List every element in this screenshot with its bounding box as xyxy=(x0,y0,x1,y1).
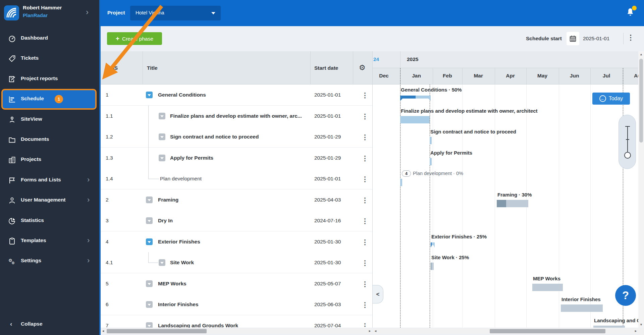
scroll-down-arrow-icon[interactable]: ▼ xyxy=(640,323,643,326)
gantt-task-bar[interactable] xyxy=(497,200,528,207)
table-row[interactable]: 3Dry In2024-07-16⋮ xyxy=(101,210,372,231)
toolbar-kebab-menu[interactable]: ⋮ xyxy=(627,34,634,42)
gantt-task-bar[interactable] xyxy=(532,284,563,291)
task-title[interactable]: Framing xyxy=(158,197,178,203)
task-checkbox[interactable] xyxy=(159,133,165,140)
task-title[interactable]: Apply for Permits xyxy=(170,155,213,161)
user-menu-chevron-icon[interactable]: › xyxy=(86,7,89,17)
sidebar-item-tickets[interactable]: Tickets xyxy=(0,52,99,65)
table-row[interactable]: 1.4Plan development2025-01-01⋮ xyxy=(101,168,372,189)
task-checkbox[interactable] xyxy=(159,113,165,119)
task-title[interactable]: Exterior Finishes xyxy=(158,239,200,245)
timeline-zoom-slider[interactable] xyxy=(619,115,636,169)
table-row[interactable]: 2Framing2025-04-03⋮ xyxy=(101,189,372,211)
project-select[interactable]: Hotel Vienna xyxy=(130,6,221,20)
row-kebab-menu[interactable]: ⋮ xyxy=(362,259,368,267)
table-hscroll-thumb[interactable] xyxy=(107,329,207,333)
sidebar-item-settings[interactable]: ⚙⚙Settings› xyxy=(0,255,99,268)
task-checkbox[interactable] xyxy=(146,301,153,308)
user-block[interactable]: Robert Hammer PlanRadar › xyxy=(0,0,99,26)
task-checkbox[interactable] xyxy=(146,217,153,224)
sidebar-item-project-reports[interactable]: Project reports xyxy=(0,72,99,86)
calendar-button[interactable] xyxy=(567,32,579,45)
column-settings-gear-icon[interactable]: ⚙ xyxy=(359,63,366,72)
today-button[interactable]: ← Today xyxy=(592,93,630,105)
sidebar-item-user-management[interactable]: User Management› xyxy=(0,194,99,207)
sidebar-item-projects[interactable]: Projects xyxy=(0,153,99,167)
table-row[interactable]: 1.2Sign contract and notice to proceed20… xyxy=(101,126,372,148)
sidebar-collapse-button[interactable]: ‹ Collapse xyxy=(0,318,99,331)
task-title[interactable]: Plan development xyxy=(160,176,202,182)
sidebar-item-dashboard[interactable]: Dashboard xyxy=(0,32,99,45)
row-kebab-menu[interactable]: ⋮ xyxy=(362,196,368,204)
task-checkbox[interactable] xyxy=(146,280,153,287)
gantt-task-bar[interactable] xyxy=(431,263,434,270)
row-kebab-menu[interactable]: ⋮ xyxy=(362,112,368,120)
task-checkbox[interactable] xyxy=(159,155,165,161)
row-kebab-menu[interactable]: ⋮ xyxy=(362,301,368,309)
scroll-right-arrow-icon[interactable]: ► xyxy=(634,329,637,333)
gantt-task-bar[interactable] xyxy=(593,326,625,328)
task-checkbox[interactable] xyxy=(146,322,153,328)
table-row[interactable]: 1.3Apply for Permits2025-01-29⋮ xyxy=(101,148,372,169)
task-title[interactable]: General Conditions xyxy=(158,92,206,98)
gantt-task-bar[interactable] xyxy=(400,96,431,101)
task-title[interactable]: MEP Works xyxy=(158,281,186,287)
row-kebab-menu[interactable]: ⋮ xyxy=(362,133,368,141)
gantt-task-bar[interactable] xyxy=(561,304,603,312)
table-row[interactable]: 7Landscaping and Grounds Work2025-07-04⋮ xyxy=(101,315,372,328)
vertical-scrollbar[interactable]: ▲ ▼ xyxy=(638,51,644,328)
scroll-up-arrow-icon[interactable]: ▲ xyxy=(640,53,643,56)
gantt-task-bar[interactable] xyxy=(400,116,430,123)
table-row[interactable]: 6Interior Finishes2025-06-03⋮ xyxy=(101,294,372,315)
gantt-task-bar[interactable] xyxy=(400,179,402,186)
row-kebab-menu[interactable]: ⋮ xyxy=(362,280,368,288)
column-header-start-date[interactable]: Start date xyxy=(314,65,338,71)
task-title[interactable]: Site Work xyxy=(170,260,194,266)
table-row[interactable]: 1.1Finalize plans and develop estimate w… xyxy=(101,106,372,127)
collapsed-count-badge[interactable]: 4 xyxy=(402,170,411,177)
task-title[interactable]: Interior Finishes xyxy=(158,301,199,308)
scroll-left-arrow-icon[interactable]: ◄ xyxy=(374,329,377,333)
sidebar-item-siteview[interactable]: SiteView xyxy=(0,113,99,126)
table-horizontal-scrollbar[interactable]: ◄ ► xyxy=(101,328,372,334)
gantt-horizontal-scrollbar[interactable]: ◄ ► xyxy=(373,328,638,334)
task-title[interactable]: Landscaping and Grounds Work xyxy=(158,323,238,328)
column-header-wbs[interactable]: WBS xyxy=(106,65,118,71)
table-row[interactable]: 4Exterior Finishes2025-01-30⋮ xyxy=(101,231,372,253)
create-phase-button[interactable]: +Create phase xyxy=(107,32,162,45)
task-checkbox[interactable] xyxy=(159,259,165,266)
collapse-table-tab[interactable]: < xyxy=(373,285,383,303)
table-row[interactable]: 1General Conditions2025-01-01⋮ xyxy=(101,85,372,106)
row-kebab-menu[interactable]: ⋮ xyxy=(362,175,368,183)
task-checkbox[interactable] xyxy=(146,92,153,98)
scroll-right-arrow-icon[interactable]: ► xyxy=(368,329,371,333)
task-title[interactable]: Dry In xyxy=(158,218,173,224)
sidebar-item-templates[interactable]: Templates› xyxy=(0,234,99,248)
task-checkbox[interactable] xyxy=(146,238,153,245)
start-date-cell: 2025-07-04 xyxy=(314,323,341,328)
table-row[interactable]: 5MEP Works2025-05-07⋮ xyxy=(101,273,372,294)
column-header-title[interactable]: Title xyxy=(147,65,158,71)
row-kebab-menu[interactable]: ⋮ xyxy=(362,238,368,246)
vertical-scrollbar-thumb[interactable] xyxy=(639,59,643,143)
sidebar-item-documents[interactable]: Documents xyxy=(0,133,99,147)
table-row[interactable]: 4.1Site Work2025-01-30⋮ xyxy=(101,252,372,273)
schedule-start-date[interactable]: 2025-01-01 xyxy=(583,36,609,42)
gantt-hscroll-thumb[interactable] xyxy=(490,329,605,333)
row-kebab-menu[interactable]: ⋮ xyxy=(362,322,368,328)
gantt-task-bar[interactable] xyxy=(430,158,432,165)
slider-handle[interactable] xyxy=(624,152,631,159)
task-title[interactable]: Finalize plans and develop estimate with… xyxy=(170,113,302,119)
task-title[interactable]: Sign contract and notice to proceed xyxy=(170,134,259,140)
help-button[interactable]: ? xyxy=(615,285,636,306)
sidebar-item-forms-and-lists[interactable]: Forms and Lists› xyxy=(0,174,99,187)
task-checkbox[interactable] xyxy=(146,197,153,203)
row-kebab-menu[interactable]: ⋮ xyxy=(362,154,368,162)
row-kebab-menu[interactable]: ⋮ xyxy=(362,217,368,225)
sidebar-item-statistics[interactable]: Statistics xyxy=(0,214,99,228)
gantt-task-bar[interactable] xyxy=(430,137,432,144)
scroll-left-arrow-icon[interactable]: ◄ xyxy=(102,329,105,333)
row-kebab-menu[interactable]: ⋮ xyxy=(362,91,368,99)
sidebar-item-schedule[interactable]: Schedule1 xyxy=(0,93,99,106)
